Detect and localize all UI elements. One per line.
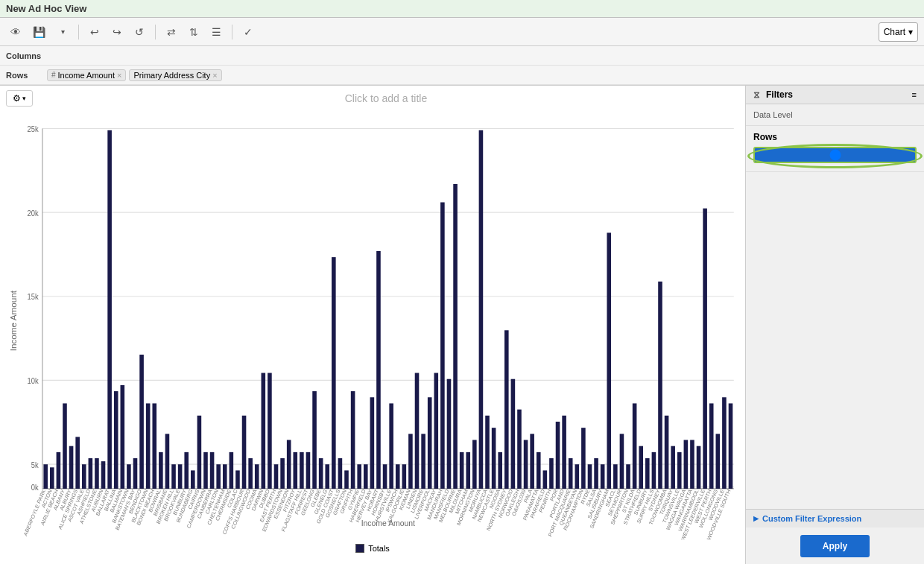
- rows-row: Rows # Income Amount × Primary Address C…: [0, 66, 924, 85]
- remove-income-btn[interactable]: ×: [117, 71, 121, 80]
- bar-71: [498, 452, 502, 489]
- data-level-label: Data Level: [753, 110, 793, 119]
- bar-19: [165, 434, 170, 489]
- bar-25: [203, 452, 208, 489]
- bar-15: [139, 355, 144, 489]
- bar-88: [607, 232, 611, 489]
- bar-86: [594, 458, 598, 489]
- bar-34: [262, 373, 266, 489]
- bar-30: [235, 470, 240, 489]
- chart-type-label: Chart: [884, 27, 905, 37]
- bar-21: [178, 464, 183, 489]
- chart-svg-wrapper: 25k 20k 15k 10k 5k 0k Income Amount ABER…: [7, 111, 738, 539]
- columns-row: Columns: [0, 46, 924, 66]
- chart-area: ⚙ ▾ Click to add a title 25k 20k: [0, 86, 745, 564]
- bar-7: [89, 458, 93, 489]
- filter-icon: ⧖: [753, 89, 759, 100]
- data-level-section: Data Level: [746, 104, 924, 126]
- bar-2: [57, 452, 61, 489]
- redo-btn[interactable]: ↪: [107, 22, 127, 42]
- bar-11: [114, 391, 118, 489]
- chart-dropdown-icon: ▾: [908, 27, 913, 37]
- custom-filter-arrow-icon: ▶: [753, 515, 759, 522]
- bar-10: [107, 130, 112, 489]
- bar-68: [479, 130, 484, 489]
- bar-55: [396, 464, 400, 489]
- bar-45: [332, 257, 336, 489]
- bar-70: [492, 428, 496, 489]
- bar-83: [575, 464, 580, 489]
- bar-17: [152, 403, 156, 489]
- gear-button[interactable]: ⚙ ▾: [6, 90, 33, 107]
- bar-43: [319, 458, 323, 489]
- chart-type-select[interactable]: Chart ▾: [879, 22, 918, 42]
- rows-section: Rows: [746, 126, 924, 172]
- bar-57: [408, 434, 413, 489]
- save-dropdown-btn[interactable]: ▾: [53, 22, 72, 42]
- remove-city-btn[interactable]: ×: [212, 71, 217, 80]
- bar-89: [613, 464, 618, 489]
- chart-title[interactable]: Click to add a title: [33, 92, 739, 104]
- bar-6: [82, 464, 86, 489]
- bar-39: [293, 452, 297, 489]
- bar-23: [191, 470, 195, 489]
- check-btn[interactable]: ✓: [238, 22, 258, 42]
- bar-42: [312, 391, 317, 489]
- refresh-btn[interactable]: ↺: [130, 22, 149, 42]
- rows-filter-bar: [753, 147, 917, 165]
- bar-65: [460, 452, 464, 489]
- bar-38: [287, 440, 291, 489]
- bar-92: [633, 403, 637, 489]
- bar-106: [722, 397, 727, 489]
- custom-filter-label: Custom Filter Expression: [762, 514, 861, 523]
- legend-box: [355, 544, 364, 553]
- bar-78: [543, 470, 548, 489]
- undo-btn[interactable]: ↩: [85, 22, 104, 42]
- bar-96: [658, 282, 662, 489]
- bar-chart-svg: 25k 20k 15k 10k 5k 0k Income Amount ABER…: [7, 111, 738, 539]
- row-tag-income: # Income Amount ×: [47, 69, 126, 81]
- bar-63: [447, 379, 452, 489]
- filters-menu-icon[interactable]: ≡: [912, 90, 917, 99]
- custom-filter-header[interactable]: ▶ Custom Filter Expression: [746, 509, 924, 527]
- bar-52: [376, 251, 381, 489]
- apply-button[interactable]: Apply: [800, 535, 870, 557]
- app-title: New Ad Hoc View: [6, 3, 86, 14]
- bar-100: [684, 440, 689, 489]
- gear-icon: ⚙: [13, 93, 21, 104]
- bar-76: [530, 434, 534, 489]
- switch-view-btn[interactable]: ⇄: [162, 22, 181, 42]
- bar-12: [121, 385, 125, 489]
- bar-37: [280, 458, 285, 489]
- sort-btn[interactable]: ⇅: [184, 22, 203, 42]
- rows-filter-slider[interactable]: [753, 147, 917, 163]
- bar-62: [440, 203, 445, 489]
- view-btn[interactable]: 👁: [6, 22, 25, 42]
- bar-1: [50, 467, 54, 489]
- bar-99: [677, 452, 682, 489]
- rows-filter-label: Rows: [753, 132, 917, 142]
- chart-legend: Totals: [7, 539, 738, 557]
- bar-40: [300, 452, 304, 489]
- bar-75: [524, 440, 528, 489]
- bar-79: [549, 458, 554, 489]
- bar-101: [690, 440, 694, 489]
- bar-14: [133, 458, 138, 489]
- row-tag-city-label: Primary Address City: [133, 71, 210, 80]
- save-btn[interactable]: 💾: [28, 22, 50, 42]
- bar-50: [364, 464, 368, 489]
- apply-btn-area: Apply: [746, 527, 924, 564]
- bar-77: [537, 452, 541, 489]
- bar-97: [665, 416, 669, 489]
- row-tag-income-label: Income Amount: [58, 71, 115, 80]
- bar-80: [556, 422, 560, 489]
- bar-81: [562, 416, 566, 489]
- separator-2: [155, 25, 156, 39]
- bar-44: [325, 464, 329, 489]
- display-btn[interactable]: ☰: [206, 22, 226, 42]
- columns-label: Columns: [6, 51, 47, 60]
- bar-73: [511, 379, 516, 489]
- bar-53: [383, 464, 387, 489]
- bar-3: [63, 403, 67, 489]
- bar-104: [709, 403, 714, 489]
